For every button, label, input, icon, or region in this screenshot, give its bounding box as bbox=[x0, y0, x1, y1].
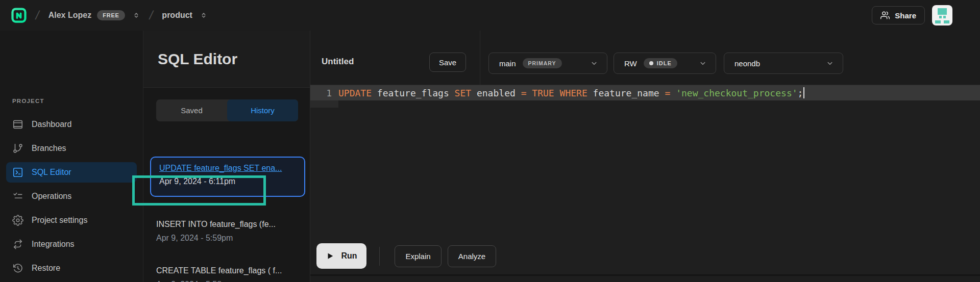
branches-icon bbox=[12, 143, 23, 154]
run-button[interactable]: Run bbox=[316, 243, 366, 269]
gutter bbox=[310, 100, 338, 108]
integrations-icon bbox=[12, 239, 23, 250]
breadcrumb-org[interactable]: Alex Lopez bbox=[48, 11, 91, 20]
dashboard-icon bbox=[12, 119, 23, 130]
status-badge: IDLE bbox=[644, 58, 677, 68]
history-timestamp: Apr 9, 2024 - 6:11pm bbox=[159, 177, 296, 186]
avatar[interactable] bbox=[932, 5, 952, 25]
database-value: neondb bbox=[734, 59, 760, 68]
explain-button[interactable]: Explain bbox=[395, 245, 442, 267]
share-label: Share bbox=[895, 11, 916, 20]
history-item[interactable]: INSERT INTO feature_flags (fe... Apr 9, … bbox=[156, 220, 302, 243]
branch-dropdown[interactable]: main PRIMARY bbox=[488, 53, 607, 74]
history-timestamp: Apr 9, 2024 - 5:59pm bbox=[156, 234, 302, 243]
sql-statement: UPDATE feature_flags SET enabled = TRUE … bbox=[338, 88, 803, 98]
status-dot-icon bbox=[649, 61, 653, 65]
text-cursor bbox=[803, 87, 804, 98]
neon-console: / Alex Lopez FREE / product Share bbox=[0, 0, 980, 282]
sidebar: PROJECT Dashboard Branches bbox=[0, 31, 143, 282]
breadcrumb-separator: / bbox=[34, 8, 41, 22]
users-icon bbox=[880, 11, 890, 20]
sidebar-item-branches[interactable]: Branches bbox=[6, 138, 137, 159]
toolbar-divider bbox=[379, 247, 380, 266]
primary-badge: PRIMARY bbox=[523, 58, 562, 68]
sidebar-item-sql-editor[interactable]: SQL Editor bbox=[6, 162, 137, 183]
page-title: SQL Editor bbox=[158, 50, 237, 68]
org-selector-chevron-icon[interactable] bbox=[132, 11, 140, 19]
sidebar-item-label: Restore bbox=[32, 264, 60, 273]
project-section-label: PROJECT bbox=[12, 98, 44, 104]
code-editor-active-line[interactable]: 1 UPDATE feature_flags SET enabled = TRU… bbox=[310, 85, 980, 100]
branch-value: main bbox=[499, 59, 516, 68]
sidebar-item-dashboard[interactable]: Dashboard bbox=[6, 114, 137, 135]
breadcrumb-separator: / bbox=[148, 8, 155, 22]
plan-badge: FREE bbox=[97, 10, 125, 20]
save-button[interactable]: Save bbox=[429, 53, 466, 72]
tab-saved[interactable]: Saved bbox=[156, 99, 227, 121]
history-query: CREATE TABLE feature_flags ( f... bbox=[156, 266, 302, 275]
history-item[interactable]: CREATE TABLE feature_flags ( f... Apr 9,… bbox=[156, 266, 302, 282]
query-title: Untitled bbox=[322, 57, 354, 67]
history-query-link[interactable]: UPDATE feature_flags SET ena... bbox=[159, 164, 296, 173]
saved-history-tabs: Saved History bbox=[156, 99, 298, 121]
status-label: IDLE bbox=[657, 60, 672, 66]
editor-pane: Untitled Save main PRIMARY RW IDLE bbox=[310, 31, 980, 282]
analyze-button[interactable]: Analyze bbox=[448, 245, 496, 267]
chevron-down-icon bbox=[825, 59, 835, 68]
results-panel-edge bbox=[310, 276, 980, 282]
neon-logo-icon[interactable] bbox=[11, 8, 27, 23]
history-panel-header: SQL Editor bbox=[143, 31, 310, 88]
restore-icon bbox=[12, 263, 23, 274]
project-selector-chevron-icon[interactable] bbox=[200, 11, 208, 19]
line-number: 1 bbox=[310, 88, 338, 98]
sidebar-item-project-settings[interactable]: Project settings bbox=[6, 210, 137, 230]
history-timestamp: Apr 9, 2024 - 5:58pm bbox=[156, 280, 302, 282]
sql-editor-icon bbox=[12, 167, 23, 178]
history-item-selected[interactable]: UPDATE feature_flags SET ena... Apr 9, 2… bbox=[150, 157, 305, 197]
tab-history[interactable]: History bbox=[227, 99, 298, 121]
operations-icon bbox=[12, 191, 23, 202]
sidebar-item-label: SQL Editor bbox=[32, 168, 71, 177]
sidebar-item-label: Dashboard bbox=[32, 120, 71, 129]
history-query: INSERT INTO feature_flags (fe... bbox=[156, 220, 302, 229]
sidebar-item-label: Operations bbox=[32, 192, 71, 201]
sidebar-item-restore[interactable]: Restore bbox=[6, 258, 137, 278]
compute-value: RW bbox=[624, 59, 637, 68]
sidebar-item-label: Project settings bbox=[32, 216, 87, 225]
run-label: Run bbox=[341, 251, 357, 261]
database-dropdown[interactable]: neondb bbox=[724, 53, 843, 74]
history-panel: SQL Editor Saved History UPDATE feature_… bbox=[143, 31, 310, 282]
compute-dropdown[interactable]: RW IDLE bbox=[614, 53, 716, 74]
chevron-down-icon bbox=[698, 59, 707, 68]
gear-icon bbox=[12, 215, 23, 226]
editor-header: Untitled Save main PRIMARY RW IDLE bbox=[310, 31, 980, 85]
sidebar-item-operations[interactable]: Operations bbox=[6, 186, 137, 207]
breadcrumb-project[interactable]: product bbox=[162, 11, 192, 20]
sidebar-item-label: Integrations bbox=[32, 240, 75, 249]
sidebar-item-integrations[interactable]: Integrations bbox=[6, 234, 137, 254]
sidebar-item-label: Branches bbox=[32, 144, 66, 153]
play-icon bbox=[326, 251, 335, 261]
header-divider bbox=[480, 31, 480, 85]
chevron-down-icon bbox=[590, 59, 599, 68]
top-bar: / Alex Lopez FREE / product Share bbox=[0, 0, 980, 31]
share-button[interactable]: Share bbox=[872, 6, 925, 24]
